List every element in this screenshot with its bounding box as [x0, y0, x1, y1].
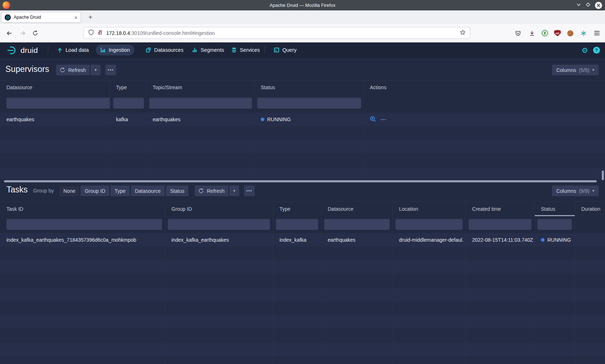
- filter-input-location[interactable]: [395, 219, 463, 230]
- browser-tab[interactable]: Apache Druid ×: [1, 12, 81, 23]
- col-header-created-time[interactable]: Created time: [472, 202, 501, 216]
- nav-item-load-data[interactable]: Load data: [53, 45, 93, 55]
- column-divider: [273, 201, 273, 364]
- col-header-duration[interactable]: Duration: [581, 202, 600, 216]
- tasks-refresh-button[interactable]: Refresh: [194, 185, 229, 196]
- col-header-datasource[interactable]: Datasource: [6, 81, 32, 94]
- tasks-empty-rows: [0, 247, 605, 364]
- tasks-title: Tasks: [6, 185, 28, 195]
- extension-icon-green[interactable]: [539, 24, 550, 42]
- tasks-table-header: Task ID Group ID Type Datasource Locatio…: [0, 201, 605, 216]
- window-minimize-icon[interactable]: [576, 2, 581, 9]
- download-icon[interactable]: [526, 24, 537, 42]
- filter-input-status[interactable]: [537, 219, 572, 230]
- vertical-scrollbar[interactable]: [602, 170, 604, 180]
- load-data-icon: [57, 47, 63, 53]
- group-by-datasource-button[interactable]: Datasource: [131, 185, 165, 196]
- window-close-icon[interactable]: [595, 2, 602, 9]
- col-header-location[interactable]: Location: [399, 202, 418, 216]
- col-header-status[interactable]: Status: [261, 81, 275, 94]
- supervisors-more-button[interactable]: •••: [105, 64, 116, 76]
- refresh-icon: [198, 188, 204, 194]
- supervisors-columns-button[interactable]: Columns(5/5)▾: [552, 64, 599, 76]
- group-by-group-id-button[interactable]: Group ID: [80, 185, 109, 196]
- filter-input-type[interactable]: [276, 219, 318, 230]
- help-icon[interactable]: ?: [593, 47, 600, 54]
- reload-icon[interactable]: [30, 24, 41, 42]
- tasks-section: Tasks Group by None Group ID Type Dataso…: [0, 182, 605, 364]
- bookmark-star-icon[interactable]: [460, 29, 466, 37]
- container-asterisk-icon[interactable]: [578, 24, 589, 42]
- task-row[interactable]: index_kafka_earthquakes_7184357396d6c0a_…: [0, 233, 605, 247]
- filter-input-topic-stream[interactable]: [149, 97, 252, 109]
- column-divider: [393, 201, 393, 364]
- filter-input-datasource[interactable]: [6, 97, 110, 109]
- supervisors-refresh-caret-button[interactable]: ▾: [90, 64, 101, 76]
- supervisors-section: Supervisors Refresh ▾ ••• Columns(5/5)▾ …: [0, 58, 605, 182]
- query-icon: [274, 47, 279, 53]
- task-created-time: 2022-08-15T14:11:03.740Z: [472, 233, 533, 247]
- filter-input-datasource[interactable]: [324, 219, 390, 230]
- nav-item-ingestion[interactable]: Ingestion: [96, 45, 134, 55]
- forward-icon[interactable]: [17, 24, 28, 42]
- group-by-none-button[interactable]: None: [59, 185, 80, 196]
- task-id: index_kafka_earthquakes_7184357396d6c0a_…: [6, 233, 163, 247]
- supervisor-detail-magnifier-icon[interactable]: [370, 116, 376, 123]
- druid-logo[interactable]: druid: [7, 46, 38, 55]
- nav-item-datasources[interactable]: Datasources: [141, 45, 188, 55]
- tasks-columns-button[interactable]: Columns(9/9)▾: [552, 185, 599, 196]
- pocket-icon[interactable]: [512, 24, 523, 42]
- col-header-type[interactable]: Type: [116, 81, 127, 94]
- filter-input-task-id[interactable]: [6, 219, 162, 230]
- group-by-label: Group by: [33, 188, 54, 194]
- supervisor-more-actions-icon[interactable]: •••: [381, 118, 387, 122]
- filter-input-status[interactable]: [257, 97, 361, 109]
- column-divider: [363, 80, 364, 179]
- group-by-status-button[interactable]: Status: [166, 185, 189, 196]
- new-tab-button[interactable]: +: [86, 13, 95, 22]
- tab-close-icon[interactable]: ×: [74, 15, 77, 20]
- col-header-task-id[interactable]: Task ID: [6, 202, 23, 216]
- task-datasource: earthquakes: [328, 233, 390, 247]
- browser-toolbar: 172.18.0.4:30109/unified-console.html#in…: [0, 24, 605, 42]
- shield-icon[interactable]: [88, 29, 94, 37]
- group-by-type-button[interactable]: Type: [110, 185, 130, 196]
- col-header-group-id[interactable]: Group ID: [171, 202, 192, 216]
- window-maximize-icon[interactable]: [586, 2, 591, 9]
- column-divider: [575, 201, 575, 364]
- nav-item-services[interactable]: Services: [227, 45, 264, 55]
- refresh-icon: [60, 67, 65, 73]
- filter-input-group-id[interactable]: [168, 219, 270, 230]
- datasources-icon: [145, 47, 151, 53]
- column-divider: [254, 80, 255, 179]
- column-divider: [109, 80, 110, 179]
- supervisor-row[interactable]: earthquakes kafka earthquakes RUNNING ••…: [0, 113, 605, 126]
- nav-item-segments[interactable]: Segments: [188, 45, 228, 55]
- ublock-origin-icon[interactable]: uO: [552, 24, 563, 42]
- running-status-dot: [541, 238, 544, 242]
- tab-bar: Apache Druid × +: [0, 10, 605, 24]
- tasks-filter-row: [0, 216, 605, 233]
- supervisors-refresh-button[interactable]: Refresh: [56, 64, 90, 76]
- col-header-topic-stream[interactable]: Topic/Stream: [153, 81, 182, 94]
- task-type: index_kafka: [279, 233, 319, 247]
- supervisor-type: kafka: [116, 113, 145, 126]
- supervisor-topic: earthquakes: [153, 113, 252, 126]
- settings-gear-icon[interactable]: ⚙: [582, 47, 588, 54]
- col-header-datasource[interactable]: Datasource: [328, 202, 354, 216]
- tasks-more-button[interactable]: •••: [244, 185, 255, 196]
- cookie-extension-icon[interactable]: [565, 24, 575, 42]
- url-text: 172.18.0.4:30109/unified-console.html#in…: [106, 30, 457, 36]
- lock-insecure-icon[interactable]: [97, 29, 103, 37]
- menu-hamburger-icon[interactable]: [591, 24, 602, 42]
- col-header-type[interactable]: Type: [279, 202, 290, 216]
- window-title: Apache Druid — Mozilla Firefox: [0, 3, 605, 8]
- col-header-status-sorted[interactable]: Status: [541, 202, 555, 216]
- url-bar[interactable]: 172.18.0.4:30109/unified-console.html#in…: [84, 27, 470, 39]
- nav-item-query[interactable]: Query: [269, 45, 301, 55]
- back-icon[interactable]: [4, 24, 14, 42]
- tasks-refresh-caret-button[interactable]: ▾: [229, 185, 239, 196]
- filter-input-created-time[interactable]: [469, 219, 532, 230]
- supervisor-datasource: earthquakes: [6, 113, 107, 126]
- filter-input-type[interactable]: [113, 97, 144, 109]
